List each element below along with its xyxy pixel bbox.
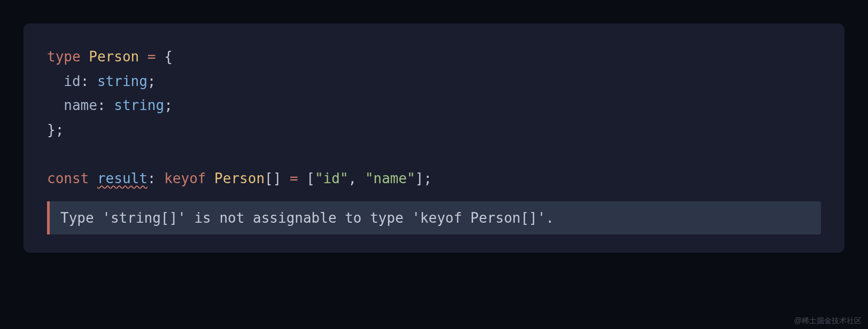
watermark-text: @稀土掘金技术社区: [794, 316, 862, 326]
code-line-3: name: string;: [47, 93, 821, 118]
property-id: id: [64, 73, 80, 89]
type-string: string: [114, 97, 164, 113]
code-line-6: const result: keyof Person[] = ["id", "n…: [47, 167, 821, 191]
code-block: type Person = { id: string; name: string…: [24, 45, 844, 191]
code-line-1: type Person = {: [47, 45, 821, 69]
semicolon: ;: [148, 73, 156, 89]
error-message-text: Type 'string[]' is not assignable to typ…: [60, 210, 554, 226]
type-name-person: Person: [89, 49, 139, 65]
string-id: "id": [315, 170, 348, 186]
keyword-const: const: [47, 170, 89, 186]
code-snippet-container: type Person = { id: string; name: string…: [24, 24, 844, 253]
type-string: string: [97, 73, 148, 89]
brace-close: };: [47, 122, 64, 138]
comma: ,: [348, 170, 357, 186]
string-name: "name": [365, 170, 415, 186]
error-message-box: Type 'string[]' is not assignable to typ…: [47, 201, 821, 234]
keyword-keyof: keyof: [164, 170, 206, 186]
property-name: name: [64, 97, 97, 113]
colon: :: [81, 73, 89, 89]
keyword-type: type: [47, 49, 81, 65]
variable-result-error: result: [97, 170, 148, 186]
code-line-2: id: string;: [47, 69, 821, 94]
brackets: []: [265, 170, 281, 186]
bracket-close: ];: [415, 170, 432, 186]
colon: :: [148, 170, 156, 186]
bracket-open: [: [306, 170, 315, 186]
brace-open: {: [164, 49, 173, 65]
operator-equals: =: [290, 170, 298, 186]
semicolon: ;: [164, 97, 173, 113]
colon: :: [97, 97, 106, 113]
operator-equals: =: [148, 49, 156, 65]
type-name-person: Person: [214, 170, 265, 186]
code-line-4: };: [47, 118, 821, 143]
code-line-5: [47, 142, 821, 167]
